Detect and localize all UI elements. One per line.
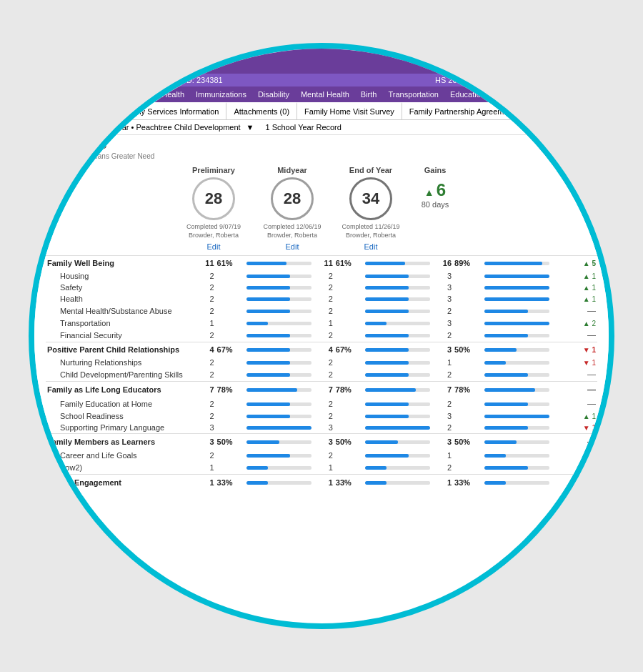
dropdown-arrow[interactable]: ▼ bbox=[246, 123, 254, 132]
sub-gain: — bbox=[551, 368, 597, 382]
cat-gain: ▲ 5 bbox=[551, 256, 597, 271]
subtab-home-visit[interactable]: Family Home Visit Survey bbox=[297, 102, 402, 119]
sub-end-bar bbox=[483, 461, 551, 475]
sub-end-num: 2 bbox=[432, 422, 453, 434]
tab-fee[interactable]: Fee bbox=[491, 87, 516, 102]
sub-prelim-pct bbox=[216, 368, 246, 382]
sub-gain: ▼ 1 bbox=[551, 450, 597, 461]
sub-mid-bar bbox=[364, 397, 432, 410]
flags-link[interactable]: Flags bbox=[514, 56, 537, 66]
cat-end-pct: 33% bbox=[453, 475, 483, 491]
preliminary-edit[interactable]: Edit bbox=[174, 242, 253, 251]
sub-end-bar bbox=[483, 410, 551, 422]
participants-link[interactable]: Participants (2) bbox=[547, 123, 600, 132]
sub-row: Housing 2 2 3 ▲ 1 bbox=[46, 270, 597, 282]
sub-name: Nurturing Relationships bbox=[46, 357, 194, 368]
gain-up-icon: ▲ 2 bbox=[583, 320, 596, 327]
header-actions: Flags Send Mess... bbox=[514, 56, 597, 66]
send-message-link[interactable]: Send Mess... bbox=[545, 56, 597, 66]
subtab-partnership[interactable]: Family Partnership Agreement bbox=[402, 102, 523, 119]
cat-end-bar bbox=[483, 342, 551, 357]
gain-down-icon: ▼ 1 bbox=[583, 452, 596, 460]
cat-prelim-pct: 33% bbox=[216, 475, 246, 491]
sub-prelim-pct bbox=[216, 357, 246, 368]
tab-transportation[interactable]: Transportation bbox=[382, 87, 444, 102]
sub-row: Health 2 2 3 ▲ 1 bbox=[46, 293, 597, 305]
preliminary-col: Preliminary 28 Completed 9/07/19 Browder… bbox=[174, 166, 253, 251]
sub-row: (row2) 1 1 2 — bbox=[46, 461, 597, 475]
sub-name: Child Development/Parenting Skills bbox=[46, 368, 194, 382]
subtab-family-outcomes[interactable]: Family Outcomes bbox=[34, 102, 115, 119]
age: 3y 8m bbox=[72, 76, 94, 84]
tab-immunizations[interactable]: Immunizations bbox=[190, 87, 252, 102]
tab-enrollment[interactable]: Enrollment bbox=[40, 87, 89, 102]
sub-end-bar bbox=[483, 305, 551, 317]
days-enrolled: (118d) bbox=[105, 76, 128, 84]
sub-end-num: 3 bbox=[432, 317, 453, 329]
sub-prelim-num: 2 bbox=[194, 282, 216, 293]
sub-mid-num: 2 bbox=[313, 305, 334, 317]
midyear-edit[interactable]: Edit bbox=[253, 242, 332, 251]
tab-mental-health[interactable]: Mental Health bbox=[295, 87, 355, 102]
sub-mid-bar bbox=[364, 317, 432, 329]
sub-mid-num: 2 bbox=[313, 329, 334, 342]
sub-end-pct bbox=[453, 282, 483, 293]
endofyear-edit[interactable]: Edit bbox=[332, 242, 410, 251]
sub-mid-bar bbox=[364, 410, 432, 422]
gain-down-icon: ▼ 1 bbox=[583, 346, 596, 354]
tab-disability[interactable]: Disability bbox=[252, 87, 295, 102]
sub-prelim-bar bbox=[245, 293, 313, 305]
sub-prelim-num: 1 bbox=[194, 461, 216, 475]
sub-mid-bar bbox=[364, 270, 432, 282]
sub-mid-num: 2 bbox=[313, 410, 334, 422]
year: Year 1 bbox=[139, 76, 161, 84]
sub-end-pct bbox=[453, 422, 483, 434]
cpid: CPID: 234381 bbox=[174, 76, 223, 84]
sub-prelim-bar bbox=[245, 282, 313, 293]
tab-health[interactable]: Health bbox=[156, 87, 190, 102]
sub-prelim-pct bbox=[216, 450, 246, 461]
sub-prelim-bar bbox=[245, 317, 313, 329]
gains-value: 6 bbox=[437, 180, 446, 199]
sub-gain: ▲ 1 bbox=[551, 410, 597, 422]
sub-end-num: 1 bbox=[432, 357, 453, 368]
sub-end-bar bbox=[483, 317, 551, 329]
preliminary-score: 28 bbox=[192, 177, 235, 220]
cat-prelim-bar bbox=[245, 256, 313, 271]
cat-gain: — bbox=[551, 475, 597, 491]
subtab-family-services-info[interactable]: Family Services Information bbox=[115, 102, 227, 119]
sub-end-pct bbox=[453, 450, 483, 461]
cat-prelim-bar bbox=[245, 475, 313, 491]
nav-tabs: Enrollment Family Services Health Immuni… bbox=[34, 87, 609, 102]
sub-gain: — bbox=[551, 461, 597, 475]
sub-name: Housing bbox=[46, 270, 194, 282]
cat-mid-num: 7 bbox=[313, 382, 334, 398]
cat-mid-num: 11 bbox=[313, 256, 334, 271]
sub-gain: — bbox=[551, 329, 597, 342]
tab-education[interactable]: Education bbox=[444, 87, 491, 102]
sub-end-pct bbox=[453, 293, 483, 305]
sub-prelim-num: 2 bbox=[194, 305, 216, 317]
sub-prelim-pct bbox=[216, 461, 246, 475]
sub-mid-pct bbox=[334, 357, 364, 368]
sub-end-num: 3 bbox=[432, 410, 453, 422]
tab-birth[interactable]: Birth bbox=[355, 87, 383, 102]
sub-mid-bar bbox=[364, 305, 432, 317]
school-year-bar: 2019 - 2020 School Year • Peachtree Chil… bbox=[34, 120, 609, 135]
midyear-score: 28 bbox=[271, 177, 314, 220]
header-sub: 3/16 3y 8m (118d) Year 1 CPID: 234381 HS… bbox=[34, 74, 609, 87]
sub-mid-pct bbox=[334, 293, 364, 305]
tab-family-services[interactable]: Family Services bbox=[89, 87, 156, 102]
cat-prelim-bar bbox=[245, 382, 313, 398]
sub-name: Health bbox=[46, 293, 194, 305]
subtab-attachments[interactable]: Attachments (0) bbox=[226, 102, 297, 119]
sub-name: Safety bbox=[46, 282, 194, 293]
sub-end-pct bbox=[453, 368, 483, 382]
sub-mid-num: 2 bbox=[313, 368, 334, 382]
sub-mid-pct bbox=[334, 461, 364, 475]
sub-gain: ▲ 1 bbox=[551, 282, 597, 293]
sub-name: Family Education at Home bbox=[46, 397, 194, 410]
cat-gain: — bbox=[551, 434, 597, 450]
cat-end-pct: 50% bbox=[453, 434, 483, 450]
gain-neutral-icon: — bbox=[587, 463, 596, 473]
